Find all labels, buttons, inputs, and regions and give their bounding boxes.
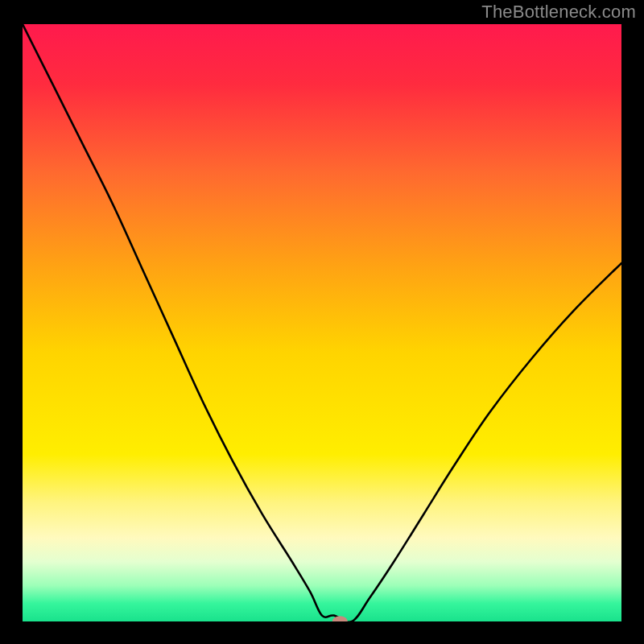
- brand-watermark: TheBottleneck.com: [481, 2, 636, 23]
- chart-svg: [23, 24, 621, 621]
- plot-area: [23, 24, 621, 621]
- black-frame: TheBottleneck.com: [0, 0, 644, 644]
- heat-background: [23, 24, 621, 621]
